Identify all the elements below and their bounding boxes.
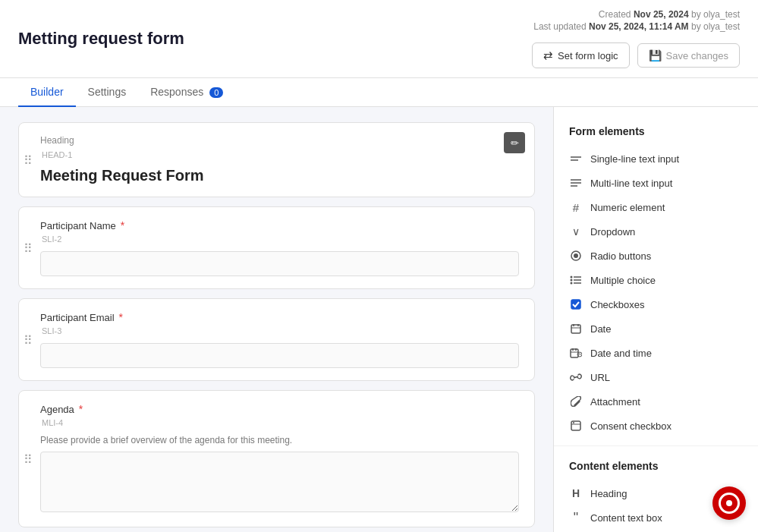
svg-point-11 [571,282,573,285]
logic-icon: ⇄ [543,49,553,62]
tab-builder[interactable]: Builder [18,78,76,107]
panel-item-checkboxes[interactable]: Checkboxes [554,292,758,316]
radio-icon [569,249,583,263]
panel-item-single-line[interactable]: Single-line text input [554,146,758,171]
target-logo-ring [719,493,740,514]
target-logo-dot [726,500,732,506]
participant-email-input[interactable] [40,343,519,368]
header: Metting request form Created Nov 25, 202… [0,0,758,78]
form-elements-title: Form elements [554,119,758,143]
meta-created: Created Nov 25, 2024 by olya_test [599,9,740,20]
svg-rect-13 [571,300,580,309]
list-icon [569,273,583,287]
panel-item-numeric[interactable]: # Numeric element [554,195,758,219]
radio-label: Radio buttons [590,250,651,262]
header-right-all: Created Nov 25, 2024 by olya_test Last u… [532,9,740,68]
svg-point-28 [573,422,574,423]
participant-email-label: Participant Email [40,312,115,323]
content-text-box-label: Content text box [590,512,662,524]
checkbox-icon [569,297,583,311]
tabs-bar: Builder Settings Responses 0 [0,78,758,107]
participant-name-input[interactable] [40,251,519,276]
svg-point-6 [574,253,578,258]
drag-handle-heading[interactable]: ⠿ [24,153,33,167]
heading-type-label: Heading [40,135,74,146]
panel-item-consent-checkbox[interactable]: Consent checkbox [554,414,758,438]
multi-line-icon [569,176,583,190]
email-field-id: SLI-3 [42,326,519,335]
card-header-agenda: Agenda * [40,403,519,415]
svg-rect-26 [571,421,580,430]
hash-icon: # [569,200,583,214]
calendar-icon [569,322,583,335]
target-logo [712,486,746,520]
meta-updated: Last updated Nov 25, 2024, 11:14 AM by o… [533,21,740,32]
name-field-id: SLI-2 [42,235,519,244]
save-changes-button[interactable]: 💾 Save changes [637,43,740,68]
form-builder: ⠿ Heading HEAD-1 Meeting Request Form ✏ … [0,107,553,532]
heading-element-label: Heading [590,488,627,499]
datetime-icon [569,346,583,360]
url-label: URL [590,372,610,383]
set-form-logic-button[interactable]: ⇄ Set form logic [532,42,629,68]
panel-item-multi-line[interactable]: Multi-line text input [554,171,758,195]
app-container: Metting request form Created Nov 25, 202… [0,0,758,532]
attachment-label: Attachment [590,396,640,408]
card-header-heading: Heading [40,135,519,147]
heading-edit-button[interactable]: ✏ [504,132,525,153]
card-heading: ⠿ Heading HEAD-1 Meeting Request Form ✏ [18,122,535,197]
panel-item-date-and-time[interactable]: Date and time [554,341,758,365]
main-content: ⠿ Heading HEAD-1 Meeting Request Form ✏ … [0,107,758,532]
consent-icon [569,419,583,433]
panel-item-url[interactable]: URL [554,365,758,389]
panel-divider [554,445,758,446]
email-required-star: * [119,311,123,323]
tab-settings[interactable]: Settings [76,78,139,107]
content-elements-title: Content elements [554,454,758,478]
agenda-hint: Please provide a brief overview of the a… [40,435,519,445]
responses-badge: 0 [209,87,223,98]
card-participant-email: ⠿ Participant Email * SLI-3 [18,298,535,381]
heading-icon: H [569,486,583,500]
right-panel: Form elements Single-line text input Mul… [553,107,758,532]
panel-item-multiple-choice[interactable]: Multiple choice [554,268,758,292]
dropdown-label: Dropdown [590,226,635,238]
link-icon [569,370,583,384]
participant-name-label: Participant Name [40,220,116,231]
single-line-label: Single-line text input [590,153,679,165]
multi-line-label: Multi-line text input [590,178,672,189]
panel-item-radio[interactable]: Radio buttons [554,244,758,268]
drag-handle-agenda[interactable]: ⠿ [24,452,33,466]
svg-point-9 [571,279,573,282]
header-meta: Created Nov 25, 2024 by olya_test Last u… [533,9,740,32]
panel-item-date[interactable]: Date [554,316,758,341]
card-header-name: Participant Name * [40,219,519,231]
svg-rect-18 [571,349,578,357]
agenda-textarea[interactable] [40,452,519,512]
single-line-icon [569,152,583,165]
page-title: Metting request form [18,29,184,49]
header-left: Metting request form [18,29,184,49]
header-actions: ⇄ Set form logic 💾 Save changes [532,42,740,68]
chevron-down-icon: ∨ [569,225,583,238]
card-agenda: ⠿ Agenda * MLI-4 Please provide a brief … [18,390,535,527]
numeric-label: Numeric element [590,202,665,213]
consent-label: Consent checkbox [590,420,672,432]
attachment-icon [569,395,583,408]
agenda-field-id: MLI-4 [42,418,519,427]
save-icon: 💾 [649,49,662,61]
panel-item-attachment[interactable]: Attachment [554,389,758,414]
card-header-email: Participant Email * [40,311,519,323]
date-and-time-label: Date and time [590,348,652,359]
tab-responses[interactable]: Responses 0 [138,78,235,107]
multiple-choice-label: Multiple choice [590,275,656,286]
quote-icon: " [569,511,583,524]
card-participant-name: ⠿ Participant Name * SLI-2 [18,206,535,289]
panel-item-dropdown[interactable]: ∨ Dropdown [554,219,758,244]
date-label: Date [590,323,611,335]
drag-handle-name[interactable]: ⠿ [24,241,33,255]
drag-handle-email[interactable]: ⠿ [24,332,33,347]
svg-rect-14 [571,325,580,333]
heading-field-id: HEAD-1 [42,150,519,159]
agenda-required-star: * [79,403,83,415]
